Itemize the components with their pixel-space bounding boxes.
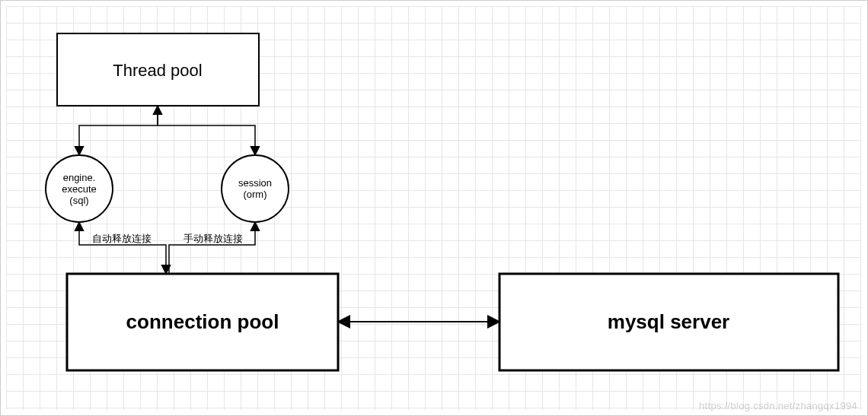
node-mysql-server: mysql server <box>499 274 838 370</box>
connection-pool-label: connection pool <box>126 310 279 333</box>
diagram-svg: Thread pool engine. execute (sql) sessio… <box>0 0 868 416</box>
node-thread-pool: Thread pool <box>57 33 259 106</box>
node-engine-execute: engine. execute (sql) <box>46 155 113 222</box>
mysql-server-label: mysql server <box>608 310 729 333</box>
engine-execute-line3: (sql) <box>69 195 88 206</box>
session-orm-line1: session <box>238 177 272 189</box>
edge-engine-connpool: 自动释放连接 <box>79 222 166 274</box>
engine-execute-line1: engine. <box>63 172 96 183</box>
node-connection-pool: connection pool <box>67 274 338 370</box>
edge-threadpool-session <box>158 106 255 155</box>
watermark-text: https://blog.csdn.net/zhangqx1994 <box>699 400 857 411</box>
edge-threadpool-engine <box>79 106 158 155</box>
node-session-orm: session (orm) <box>222 155 289 222</box>
manual-release-label: 手动释放连接 <box>183 233 243 244</box>
session-orm-line2: (orm) <box>243 189 266 200</box>
thread-pool-label: Thread pool <box>113 61 202 80</box>
edge-session-connpool: 手动释放连接 <box>169 222 255 274</box>
auto-release-label: 自动释放连接 <box>92 233 152 244</box>
engine-execute-line2: execute <box>62 183 97 195</box>
